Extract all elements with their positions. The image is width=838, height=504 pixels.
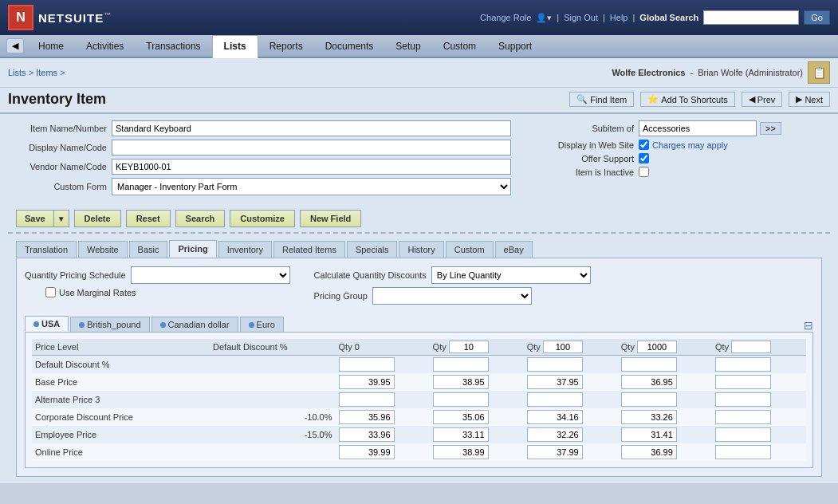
- top-header: N NETSUITE™ Change Role 👤▾ | Sign Out | …: [0, 0, 838, 35]
- currency-tab-euro[interactable]: Euro: [240, 317, 284, 332]
- row-4-qty1000-input[interactable]: [621, 427, 677, 442]
- currency-tab-canadian-dollar[interactable]: Canadian dollar: [151, 317, 238, 332]
- nav-item-custom[interactable]: Custom: [432, 35, 487, 57]
- row-2-qty100-input[interactable]: [527, 392, 583, 407]
- qty1000-header-input[interactable]: [637, 341, 677, 353]
- row-1-qty0-input[interactable]: [339, 375, 395, 389]
- row-3-qty0-input[interactable]: [339, 410, 395, 424]
- new-field-button[interactable]: New Field: [300, 210, 361, 227]
- row-5-qty-extra-input[interactable]: [715, 445, 771, 459]
- tab-ebay[interactable]: eBay: [495, 241, 533, 258]
- display-web-checkbox[interactable]: [639, 140, 649, 150]
- col-qty100-header: Qty: [524, 339, 618, 356]
- row-4-qty0-input[interactable]: [339, 427, 395, 442]
- item-inactive-checkbox[interactable]: [639, 167, 649, 177]
- row-4-qty-extra-input[interactable]: [715, 427, 771, 442]
- customize-button[interactable]: Customize: [230, 210, 295, 227]
- charges-link[interactable]: Charges may apply: [652, 140, 728, 150]
- row-2-qty-extra-input[interactable]: [715, 392, 771, 407]
- row-3-qty100-input[interactable]: [527, 410, 583, 424]
- row-0-qty-extra-input[interactable]: [715, 357, 771, 372]
- logo-icon: N: [8, 5, 33, 30]
- row-1-qty10-input[interactable]: [433, 375, 489, 389]
- row-0-qty0-input[interactable]: [339, 357, 395, 372]
- qty-extra-header-input[interactable]: [731, 341, 771, 353]
- delete-button[interactable]: Delete: [74, 210, 121, 227]
- tab-basic[interactable]: Basic: [129, 241, 168, 258]
- row-5-qty0-input[interactable]: [339, 445, 395, 459]
- global-search-input[interactable]: [703, 10, 799, 25]
- tab-website[interactable]: Website: [78, 241, 128, 258]
- custom-form-select[interactable]: Manager - Inventory Part Form: [112, 178, 511, 195]
- row-1-qty100-input[interactable]: [527, 375, 583, 389]
- row-0-qty1000-input[interactable]: [621, 357, 677, 372]
- page-title-bar: Inventory Item 🔍 Find Item ⭐ Add To Shor…: [0, 88, 838, 114]
- help-link[interactable]: Help: [610, 13, 628, 22]
- nav-item-transactions[interactable]: Transactions: [135, 35, 211, 57]
- calc-discounts-select[interactable]: By Line Quantity: [431, 266, 591, 284]
- qty100-header-input[interactable]: [543, 341, 583, 353]
- next-button[interactable]: ▶ Next: [789, 92, 830, 107]
- row-4-qty100-input[interactable]: [527, 427, 583, 442]
- tab-custom[interactable]: Custom: [446, 241, 494, 258]
- qty10-header-input[interactable]: [449, 341, 489, 353]
- row-2-qty1000-input[interactable]: [621, 392, 677, 407]
- tab-inventory[interactable]: Inventory: [218, 241, 272, 258]
- tab-specials[interactable]: Specials: [347, 241, 398, 258]
- row-0-qty10-input[interactable]: [433, 357, 489, 372]
- go-button[interactable]: Go: [804, 10, 830, 25]
- nav-item-lists[interactable]: Lists: [212, 35, 258, 58]
- row-1-qty-extra-input[interactable]: [715, 375, 771, 389]
- nav-item-home[interactable]: Home: [27, 35, 75, 57]
- row-3-qty-extra-input[interactable]: [715, 410, 771, 424]
- breadcrumb-items[interactable]: Items: [36, 68, 57, 77]
- row-2-qty10-input[interactable]: [433, 392, 489, 407]
- row-1-qty1000-input[interactable]: [621, 375, 677, 389]
- subitem-input[interactable]: [639, 120, 757, 136]
- col-qty0: Qty 0: [336, 339, 430, 356]
- prev-button[interactable]: ◀ Prev: [742, 92, 783, 107]
- save-dropdown-arrow[interactable]: ▼: [53, 210, 69, 227]
- currency-tab-usa[interactable]: USA: [25, 316, 69, 332]
- tab-history[interactable]: History: [399, 241, 443, 258]
- sign-out-link[interactable]: Sign Out: [564, 13, 598, 22]
- nav-item-activities[interactable]: Activities: [75, 35, 135, 57]
- qty-schedule-select[interactable]: [131, 266, 290, 284]
- row-4-qty10-input[interactable]: [433, 427, 489, 442]
- row-2-qty0-input[interactable]: [339, 392, 395, 407]
- display-name-input[interactable]: [112, 140, 511, 156]
- subitem-browse-button[interactable]: >>: [760, 122, 781, 135]
- nav-item-documents[interactable]: Documents: [314, 35, 385, 57]
- tab-related-items[interactable]: Related Items: [273, 241, 345, 258]
- row-5-qty10-input[interactable]: [433, 445, 489, 459]
- item-name-input[interactable]: [112, 120, 511, 136]
- nav-item-support[interactable]: Support: [487, 35, 543, 57]
- offer-support-checkbox[interactable]: [639, 153, 649, 163]
- row-5-qty10: [430, 443, 524, 461]
- find-item-button[interactable]: 🔍 Find Item: [569, 92, 634, 107]
- collapse-button[interactable]: ⊟: [804, 319, 813, 332]
- admin-icon[interactable]: 📋: [808, 61, 830, 84]
- row-0-qty100-input[interactable]: [527, 357, 583, 372]
- nav-item-reports[interactable]: Reports: [258, 35, 314, 57]
- row-3-qty10-input[interactable]: [433, 410, 489, 424]
- pricing-group-select[interactable]: [372, 287, 532, 305]
- vendor-name-input[interactable]: [112, 159, 511, 175]
- currency-tab-british-pound[interactable]: British_pound: [70, 317, 149, 332]
- breadcrumb-lists[interactable]: Lists: [8, 68, 26, 77]
- row-5-qty1000-input[interactable]: [621, 445, 677, 459]
- row-3-qty1000-input[interactable]: [621, 410, 677, 424]
- change-role-link[interactable]: Change Role: [480, 13, 531, 22]
- offer-support-row: Offer Support: [527, 153, 830, 163]
- save-button[interactable]: Save: [16, 210, 53, 227]
- nav-item-setup[interactable]: Setup: [384, 35, 431, 57]
- tab-pricing[interactable]: Pricing: [169, 240, 216, 258]
- nav-back-button[interactable]: ◀: [6, 38, 24, 53]
- tab-translation[interactable]: Translation: [16, 241, 77, 258]
- add-shortcuts-button[interactable]: ⭐ Add To Shortcuts: [640, 92, 735, 107]
- use-marginal-checkbox[interactable]: [45, 287, 56, 297]
- search-button[interactable]: Search: [175, 210, 226, 227]
- reset-button[interactable]: Reset: [126, 210, 171, 227]
- display-web-row: Display in Web Site Charges may apply: [527, 140, 830, 150]
- row-5-qty100-input[interactable]: [527, 445, 583, 459]
